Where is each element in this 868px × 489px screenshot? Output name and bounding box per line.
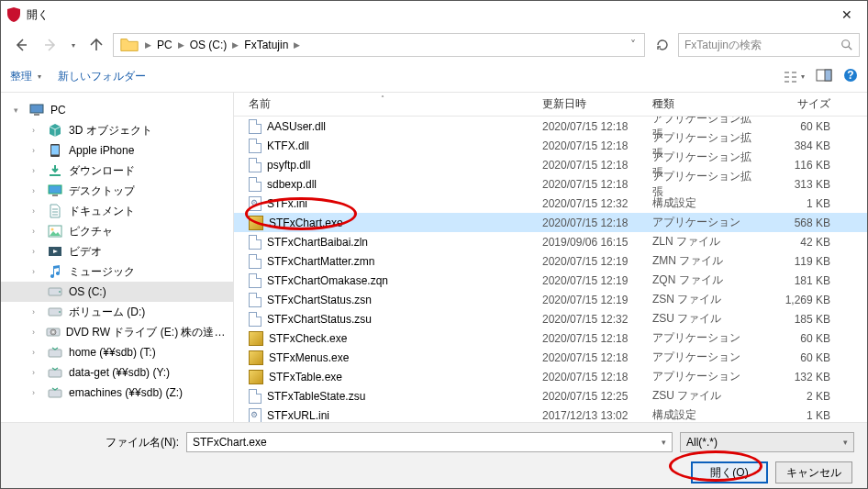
exe-icon xyxy=(249,370,263,384)
help-button[interactable]: ? xyxy=(843,68,858,85)
file-size: 119 KB xyxy=(755,255,840,268)
tree-item[interactable]: ›ドキュメント xyxy=(1,201,233,221)
file-size: 60 KB xyxy=(755,351,840,364)
svg-point-21 xyxy=(52,331,54,333)
file-name: STFxChartMatter.zmn xyxy=(267,255,374,268)
file-size: 185 KB xyxy=(755,313,840,326)
file-row[interactable]: STFxCheck.exe2020/07/15 12:18アプリケーション60 … xyxy=(234,328,867,348)
file-name: AASUser.dll xyxy=(267,120,326,133)
file-row[interactable]: STFxTableState.zsu2020/07/15 12:25ZSU ファ… xyxy=(234,386,867,406)
file-row[interactable]: STFxChartOmakase.zqn2020/07/15 12:19ZQN … xyxy=(234,271,867,290)
tree-item[interactable]: ›DVD RW ドライブ (E:) 株の達人インス xyxy=(1,322,233,342)
file-type: アプリケーション xyxy=(645,215,755,230)
exe-icon xyxy=(249,216,263,230)
tree-pc[interactable]: ▾ PC xyxy=(1,100,233,120)
file-row[interactable]: STFxChartBaibai.zln2019/09/06 16:15ZLN フ… xyxy=(234,232,867,251)
file-icon xyxy=(249,139,262,153)
breadcrumb-dropdown[interactable]: ˅ xyxy=(624,34,642,56)
file-row[interactable]: STFxURL.ini2017/12/13 13:02構成設定1 KB xyxy=(234,406,867,422)
picture-icon xyxy=(47,223,63,239)
file-size: 60 KB xyxy=(755,332,840,345)
file-size: 42 KB xyxy=(755,236,840,249)
file-date: 2020/07/15 12:19 xyxy=(535,274,645,287)
preview-pane-button[interactable] xyxy=(816,69,832,84)
forward-button[interactable] xyxy=(38,32,63,58)
file-row[interactable]: STFxChartMatter.zmn2020/07/15 12:19ZMN フ… xyxy=(234,251,867,271)
close-button[interactable]: ✕ xyxy=(827,1,867,28)
crumb-folder[interactable]: FxTatujin xyxy=(240,34,292,56)
back-button[interactable] xyxy=(8,32,34,58)
tree-item[interactable]: ›ダウンロード xyxy=(1,161,233,181)
tree-item[interactable]: ›3D オブジェクト xyxy=(1,120,233,140)
svg-rect-5 xyxy=(30,105,43,113)
svg-rect-10 xyxy=(49,185,61,194)
window-title: 開く xyxy=(27,7,827,23)
file-icon xyxy=(249,254,262,269)
new-folder-button[interactable]: 新しいフォルダー xyxy=(58,69,146,84)
tree-label: ドキュメント xyxy=(69,204,135,219)
col-date[interactable]: 更新日時 xyxy=(535,96,645,112)
open-button[interactable]: 開く(O) xyxy=(691,461,768,483)
tree-item[interactable]: ›data-get (¥¥sdb) (Y:) xyxy=(1,362,233,383)
tree-label: ダウンロード xyxy=(69,163,135,179)
filter-select[interactable]: All(*.*) ▾ xyxy=(680,432,854,452)
file-row[interactable]: STFxTable.exe2020/07/15 12:18アプリケーション132… xyxy=(234,367,867,386)
refresh-button[interactable] xyxy=(651,33,674,57)
chevron-down-icon[interactable]: ▾ xyxy=(662,438,666,447)
file-row[interactable]: psyftp.dll2020/07/15 12:18アプリケーション拡張116 … xyxy=(234,155,867,174)
file-size: 181 KB xyxy=(755,274,840,287)
file-row[interactable]: STFx.ini2020/07/15 12:32構成設定1 KB xyxy=(234,194,867,213)
tree-caret: › xyxy=(32,307,41,317)
file-type: 構成設定 xyxy=(645,407,755,422)
filename-input[interactable]: STFxChart.exe ▾ xyxy=(186,432,673,452)
file-row[interactable]: AASUser.dll2020/07/15 12:18アプリケーション拡張60 … xyxy=(234,117,867,136)
col-size[interactable]: サイズ xyxy=(755,96,840,112)
tree-label: 3D オブジェクト xyxy=(69,123,152,139)
tree-item[interactable]: OS (C:) xyxy=(1,282,233,302)
column-headers[interactable]: ˄ 名前 更新日時 種類 サイズ xyxy=(234,93,867,117)
tree-item[interactable]: ›デスクトップ xyxy=(1,181,233,201)
file-row[interactable]: sdbexp.dll2020/07/15 12:18アプリケーション拡張313 … xyxy=(234,174,867,194)
up-button[interactable] xyxy=(83,32,109,58)
file-type: ZQN ファイル xyxy=(645,272,755,288)
tree-item[interactable]: ›home (¥¥sdb) (T:) xyxy=(1,342,233,362)
tree-item[interactable]: ›ボリューム (D:) xyxy=(1,302,233,322)
file-row[interactable]: STFxChart.exe2020/07/15 12:18アプリケーション568… xyxy=(234,213,867,232)
phone-icon xyxy=(47,142,63,159)
file-row[interactable]: STFxChartStatus.zsu2020/07/15 12:32ZSU フ… xyxy=(234,309,867,328)
tree-label: ビデオ xyxy=(69,244,102,260)
cancel-button[interactable]: キャンセル xyxy=(775,461,852,483)
tree-item[interactable]: ›ビデオ xyxy=(1,241,233,261)
file-date: 2020/07/15 12:19 xyxy=(535,255,645,268)
tree-item[interactable]: ›ミュージック xyxy=(1,261,233,282)
search-input[interactable]: FxTatujinの検索 xyxy=(678,33,860,57)
tree-item[interactable]: ›Apple iPhone xyxy=(1,140,233,161)
file-row[interactable]: STFxMenus.exe2020/07/15 12:18アプリケーション60 … xyxy=(234,348,867,367)
col-name[interactable]: 名前 xyxy=(241,96,535,112)
view-button[interactable]: ▾ xyxy=(784,71,805,83)
breadcrumb[interactable]: ▶ PC ▶ OS (C:) ▶ FxTatujin ▶ ˅ xyxy=(113,33,645,57)
organize-button[interactable]: 整理▾ xyxy=(10,69,41,84)
col-type[interactable]: 種類 xyxy=(645,96,755,112)
file-size: 1,269 KB xyxy=(755,294,840,306)
refresh-icon xyxy=(655,38,670,52)
tree-item[interactable]: ›emachines (¥¥sdb) (Z:) xyxy=(1,383,233,403)
footer: ファイル名(N): STFxChart.exe ▾ All(*.*) ▾ 開く(… xyxy=(1,422,867,488)
tree-caret: › xyxy=(32,146,41,155)
file-size: 132 KB xyxy=(755,371,840,383)
drive-icon xyxy=(47,304,63,320)
file-icon xyxy=(249,177,262,192)
crumb-drive[interactable]: OS (C:) xyxy=(186,34,231,56)
svg-point-0 xyxy=(842,40,850,48)
crumb-pc[interactable]: PC xyxy=(153,34,176,56)
svg-rect-11 xyxy=(52,194,58,196)
history-dropdown[interactable]: ▾ xyxy=(67,32,80,58)
file-size: 384 KB xyxy=(755,139,840,152)
net-icon xyxy=(47,344,63,361)
file-row[interactable]: STFxChartStatus.zsn2020/07/15 12:19ZSN フ… xyxy=(234,290,867,309)
file-icon xyxy=(249,119,262,134)
tree-item[interactable]: ›ピクチャ xyxy=(1,221,233,241)
svg-rect-8 xyxy=(51,146,59,155)
tree-caret: › xyxy=(32,328,40,337)
file-row[interactable]: KTFX.dll2020/07/15 12:18アプリケーション拡張384 KB xyxy=(234,136,867,155)
